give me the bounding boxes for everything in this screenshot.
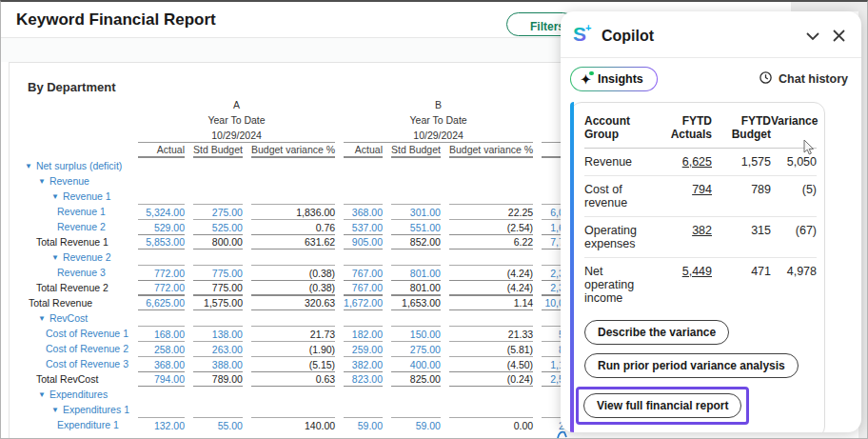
value-cell: 631.62 <box>251 234 335 249</box>
value-cell <box>251 189 335 204</box>
row-label-link[interactable]: Net surplus (deficit) <box>36 160 122 171</box>
row-label-link[interactable]: Cost of Revenue 1 <box>46 328 128 339</box>
tab-insights[interactable]: ✦ Insights <box>570 67 658 91</box>
value-cell-link[interactable]: 767.00 <box>344 280 383 295</box>
collapse-triangle-icon[interactable]: ▼ <box>38 177 46 186</box>
value-cell <box>193 189 243 204</box>
collapse-triangle-icon[interactable]: ▼ <box>25 162 32 170</box>
row-label-link[interactable]: Revenue 2 <box>63 251 111 263</box>
row-label-link[interactable]: Expenditures <box>49 389 108 400</box>
row-label-link[interactable]: Cost of Revenue 3 <box>46 358 128 369</box>
value-cell: (0.38) <box>251 265 335 280</box>
value-cell-link[interactable]: 6,625.00 <box>138 295 185 310</box>
row-label-link[interactable]: Revenue 2 <box>57 221 106 232</box>
value-cell-link[interactable]: 368.00 <box>138 356 185 371</box>
row-label-total: Total Revenue 2 <box>36 282 108 293</box>
value-cell: 789.00 <box>193 371 243 387</box>
value-cell <box>391 189 441 204</box>
value-cell-link[interactable]: 772.00 <box>138 265 185 280</box>
collapse-triangle-icon[interactable]: ▼ <box>51 406 59 414</box>
action-button-1[interactable]: Run prior period variance analysis <box>584 353 799 378</box>
value-cell-link[interactable]: 301.00 <box>391 204 441 219</box>
row-label-link[interactable]: Expenditures 1 <box>63 404 129 415</box>
value-cell <box>449 189 533 204</box>
row-label-link[interactable]: Revenue 1 <box>63 190 111 202</box>
value-cell-link[interactable]: 801.00 <box>391 265 441 280</box>
close-icon[interactable] <box>830 27 848 45</box>
value-cell-link[interactable]: 794.00 <box>138 371 185 387</box>
value-cell-link[interactable]: 59.00 <box>391 417 441 432</box>
value-cell-link[interactable]: 529.00 <box>138 219 185 234</box>
value-cell-link[interactable]: 168.00 <box>138 326 185 341</box>
collapse-triangle-icon[interactable]: ▼ <box>38 314 46 323</box>
value-cell-link[interactable]: 767.00 <box>344 265 383 280</box>
fytd-budget-cell: 789 <box>712 176 771 217</box>
insights-table-row: Revenue6,6251,5755,050 <box>584 149 817 176</box>
value-cell <box>391 310 441 326</box>
value-cell-link[interactable]: 258.00 <box>138 341 185 356</box>
value-cell <box>193 249 243 265</box>
value-cell-link[interactable]: 551.00 <box>391 219 441 234</box>
table-row: ▼Expenditures <box>10 387 589 402</box>
value-cell-link[interactable]: 138.00 <box>193 326 243 341</box>
collapse-triangle-icon[interactable]: ▼ <box>51 192 59 201</box>
history-clock-icon <box>759 70 773 88</box>
value-cell-link[interactable]: 275.00 <box>391 341 441 356</box>
chevron-down-icon[interactable] <box>803 30 822 43</box>
fytd-actuals-link[interactable]: 6,625 <box>682 155 712 169</box>
row-label-link[interactable]: RevCost <box>49 312 88 324</box>
value-cell-link[interactable]: 772.00 <box>138 280 185 295</box>
value-cell-link[interactable]: 275.00 <box>193 204 243 219</box>
row-label-link[interactable]: Revenue 1 <box>57 206 106 217</box>
variance-cell: 4,978 <box>771 258 817 312</box>
value-cell-link <box>344 387 383 402</box>
account-group-cell: Net operating income <box>584 258 653 312</box>
account-group-cell: Operating expenses <box>584 217 653 258</box>
value-cell-link[interactable]: 132.00 <box>138 417 185 432</box>
value-cell-link[interactable]: 182.00 <box>344 326 383 341</box>
value-cell-link[interactable]: 400.00 <box>391 356 441 371</box>
table-row: Expenditure 1132.0055.00140.0059.0059.00… <box>10 417 589 432</box>
value-cell-link[interactable]: 59.00 <box>344 417 383 432</box>
collapse-triangle-icon[interactable]: ▼ <box>51 253 59 262</box>
value-cell-link[interactable]: 823.00 <box>344 371 383 387</box>
value-cell-link[interactable]: 263.00 <box>193 341 243 356</box>
value-cell-link[interactable]: 775.00 <box>193 265 243 280</box>
value-cell-link[interactable]: 55.00 <box>193 417 243 432</box>
copilot-title: Copilot <box>602 28 654 45</box>
value-cell-link[interactable]: 5,324.00 <box>138 204 185 219</box>
value-cell <box>449 158 533 173</box>
insights-table-row: Operating expenses382315(67) <box>584 217 817 258</box>
chat-history-button[interactable]: Chat history <box>759 70 848 88</box>
sub-column-header: Budget variance % <box>449 143 533 158</box>
collapse-triangle-icon[interactable]: ▼ <box>38 390 46 399</box>
value-cell-link[interactable]: 537.00 <box>344 219 383 234</box>
action-button-2[interactable]: View full financial report <box>583 393 741 418</box>
value-cell-link[interactable]: 150.00 <box>391 326 441 341</box>
value-cell-link[interactable]: 382.00 <box>344 356 383 371</box>
row-label-link[interactable]: Cost of Revenue 2 <box>46 343 128 354</box>
column-group-date: 10/29/2024 <box>138 128 335 143</box>
value-cell-link[interactable]: 525.00 <box>193 219 243 234</box>
fytd-actuals-link[interactable]: 5,449 <box>682 265 712 278</box>
value-cell <box>449 249 533 265</box>
value-cell-link[interactable]: 1,672.00 <box>344 295 383 310</box>
action-button-0[interactable]: Describe the variance <box>584 320 729 345</box>
value-cell-link[interactable]: 388.00 <box>193 356 243 371</box>
value-cell <box>193 173 243 189</box>
value-cell-link <box>344 158 383 173</box>
value-cell-link[interactable]: 5,853.00 <box>138 234 185 249</box>
fytd-actuals-link[interactable]: 794 <box>692 183 712 196</box>
value-cell-link[interactable]: 259.00 <box>344 341 383 356</box>
table-row: ▼RevCost <box>10 310 589 326</box>
value-cell-link[interactable]: 905.00 <box>344 234 383 249</box>
column-group-period: Year To Date <box>138 112 335 128</box>
value-cell <box>391 387 441 402</box>
table-row: Cost of Revenue 1168.00138.0021.73182.00… <box>10 326 589 341</box>
fytd-actuals-link[interactable]: 382 <box>692 224 712 237</box>
row-label-link[interactable]: Expenditure 1 <box>57 419 119 430</box>
row-label-link[interactable]: Revenue 3 <box>57 267 106 278</box>
row-label-link[interactable]: Revenue <box>49 175 89 187</box>
value-cell-link[interactable]: 368.00 <box>344 204 383 219</box>
value-cell <box>391 173 441 189</box>
